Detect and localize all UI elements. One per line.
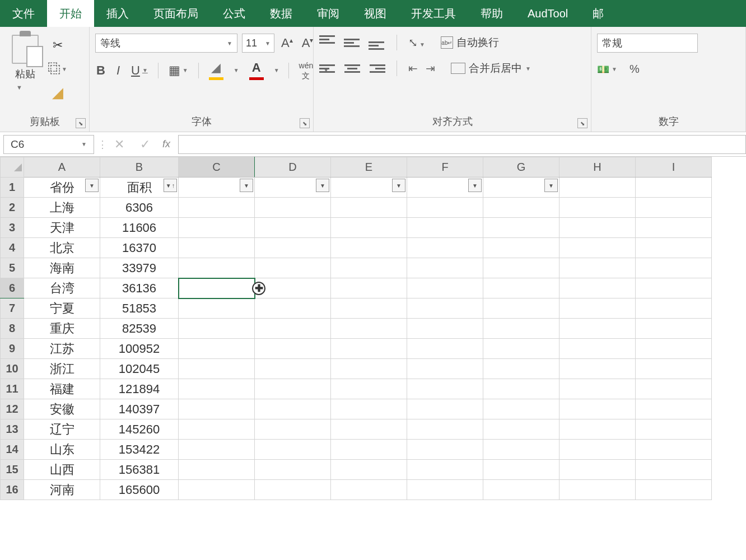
font-size-select[interactable]: 11 ▼ [242,34,274,53]
cell-G16[interactable] [483,480,560,500]
cell-B3[interactable]: 11606 [100,218,179,238]
cell-I2[interactable] [636,198,712,218]
cell-H7[interactable] [560,298,636,319]
cell-B11[interactable]: 121894 [100,379,179,399]
tab-audtool[interactable]: AudTool [515,0,580,27]
cell-D3[interactable] [255,218,331,238]
cell-D15[interactable] [255,460,331,480]
align-top-button[interactable] [319,35,336,50]
cell-B7[interactable]: 51853 [100,298,179,319]
cancel-formula-button[interactable]: ✕ [106,137,132,152]
cell-H2[interactable] [560,198,636,218]
fx-icon[interactable]: fx [158,138,178,150]
cell-C1[interactable]: ▼ [179,178,255,198]
cell-D2[interactable] [255,198,331,218]
cell-A13[interactable]: 辽宁 [24,419,100,440]
column-header-E[interactable]: E [331,157,407,178]
cell-E11[interactable] [331,379,407,399]
font-color-dropdown[interactable]: ▼ [274,67,279,73]
cell-I6[interactable] [636,278,712,298]
cell-I16[interactable] [636,480,712,500]
column-header-C[interactable]: C [179,157,255,178]
alignment-dialog-launcher[interactable]: ⬊ [577,118,588,128]
tab-page-layout[interactable]: 页面布局 [141,0,211,27]
cell-D7[interactable] [255,298,331,319]
cell-F8[interactable] [407,319,483,339]
cell-F14[interactable] [407,440,483,460]
cell-D6[interactable] [255,278,331,298]
cell-F15[interactable] [407,460,483,480]
cell-D10[interactable] [255,359,331,379]
cell-F7[interactable] [407,298,483,319]
cell-A1[interactable]: 省份▼ [24,178,100,198]
cell-C3[interactable] [179,218,255,238]
cell-I14[interactable] [636,440,712,460]
cell-I4[interactable] [636,238,712,258]
cell-G9[interactable] [483,339,560,359]
cell-F9[interactable] [407,339,483,359]
cell-B8[interactable]: 82539 [100,319,179,339]
accept-formula-button[interactable]: ✓ [132,137,158,152]
tab-developer[interactable]: 开发工具 [399,0,468,27]
cell-H8[interactable] [560,319,636,339]
row-header-10[interactable]: 10 [1,359,24,379]
cell-G15[interactable] [483,460,560,480]
cell-G4[interactable] [483,238,560,258]
row-header-7[interactable]: 7 [1,298,24,319]
cell-C10[interactable] [179,359,255,379]
font-dialog-launcher[interactable]: ⬊ [300,118,310,128]
cell-G1[interactable]: ▼ [483,178,560,198]
cell-I7[interactable] [636,298,712,319]
increase-font-button[interactable]: A▴ [279,36,295,50]
cell-F16[interactable] [407,480,483,500]
cell-A5[interactable]: 海南 [24,258,100,278]
cell-D5[interactable] [255,258,331,278]
cell-E9[interactable] [331,339,407,359]
filter-button-F[interactable]: ▼ [468,179,482,192]
cell-G11[interactable] [483,379,560,399]
cell-F12[interactable] [407,399,483,419]
tab-review[interactable]: 审阅 [305,0,352,27]
cell-C5[interactable] [179,258,255,278]
bold-button[interactable]: B [95,62,106,79]
cell-B4[interactable]: 16370 [100,238,179,258]
cell-H15[interactable] [560,460,636,480]
phonetic-guide-button[interactable]: wén 文 [298,60,315,81]
cell-C2[interactable] [179,198,255,218]
tab-help[interactable]: 帮助 [468,0,515,27]
cell-A9[interactable]: 江苏 [24,339,100,359]
fill-color-button[interactable] [208,59,225,81]
tab-file[interactable]: 文件 [0,0,47,27]
cell-A2[interactable]: 上海 [24,198,100,218]
format-painter-button[interactable] [48,84,67,101]
currency-button[interactable]: ▼ [597,63,617,76]
font-color-button[interactable]: A [248,59,265,81]
cell-C4[interactable] [179,238,255,258]
wrap-text-button[interactable]: ab↵ 自动换行 [441,35,499,50]
cell-F4[interactable] [407,238,483,258]
clipboard-dialog-launcher[interactable]: ⬊ [76,118,86,128]
cell-F6[interactable] [407,278,483,298]
italic-button[interactable]: I [115,62,121,79]
cell-E13[interactable] [331,419,407,440]
cell-E15[interactable] [331,460,407,480]
cell-G7[interactable] [483,298,560,319]
copy-button[interactable]: ▼ [48,60,67,77]
cell-I9[interactable] [636,339,712,359]
cell-A4[interactable]: 北京 [24,238,100,258]
cell-A14[interactable]: 山东 [24,440,100,460]
row-header-9[interactable]: 9 [1,339,24,359]
cell-D9[interactable] [255,339,331,359]
filter-button-D[interactable]: ▼ [316,179,329,192]
cell-B15[interactable]: 156381 [100,460,179,480]
cell-H3[interactable] [560,218,636,238]
cell-H14[interactable] [560,440,636,460]
cell-A8[interactable]: 重庆 [24,319,100,339]
cell-E1[interactable]: ▼ [331,178,407,198]
cell-C8[interactable] [179,319,255,339]
cell-H5[interactable] [560,258,636,278]
increase-indent-button[interactable] [426,62,435,75]
select-all-corner[interactable] [1,157,24,178]
cell-G10[interactable] [483,359,560,379]
cell-F2[interactable] [407,198,483,218]
